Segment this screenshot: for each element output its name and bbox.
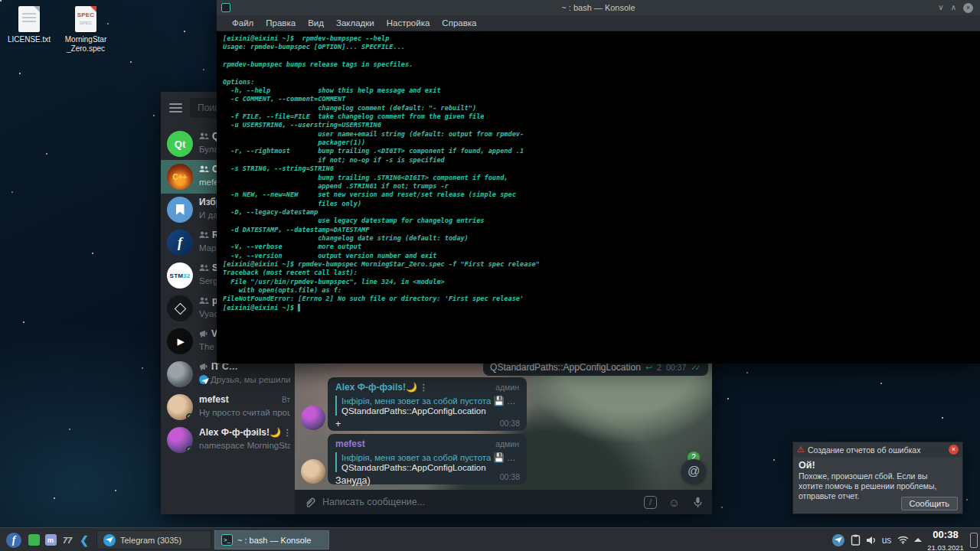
chat-title: mefest — [199, 394, 229, 405]
avatar-text: f — [178, 235, 182, 251]
avatar-photo — [167, 394, 193, 420]
group-icon — [199, 264, 209, 272]
spec-file-icon: SPEC SPEC — [75, 6, 96, 32]
chat-subtitle: namespace MorningStar ( с… — [199, 441, 290, 450]
bookmark-icon — [176, 204, 185, 215]
online-dot — [186, 413, 193, 420]
menu-view[interactable]: Вид — [302, 18, 330, 28]
cube-icon — [174, 302, 186, 315]
avatar-saved-messages — [167, 197, 193, 223]
tray-wifi-icon[interactable] — [894, 528, 911, 551]
window-title: ~ : bash — Konsole — [217, 3, 980, 12]
message-row: mefestадмин Інфірія, меня зовет за собой… — [301, 434, 531, 484]
chat-list-item-mefest[interactable]: mefestВт Ну просто считай процент — [161, 390, 295, 424]
group-icon — [199, 165, 209, 173]
tray-volume-icon[interactable] — [864, 528, 879, 551]
chat-subtitle: Друзья, мы решили от… — [211, 375, 290, 384]
konsole-icon — [221, 534, 233, 546]
quoted-text: QStandardPaths::AppConfigLocation — [341, 463, 516, 472]
megaphone-icon — [199, 363, 208, 370]
group-icon — [199, 132, 209, 140]
message-text: + — [335, 419, 519, 429]
quoted-text: QStandardPaths::AppConfigLocation — [341, 406, 516, 416]
menu-settings[interactable]: Настройка — [381, 18, 436, 28]
pinned-app-green-icon[interactable] — [26, 528, 41, 551]
maximize-button[interactable] — [951, 4, 956, 11]
tray-clipboard-icon[interactable] — [847, 528, 864, 551]
avatar-cube — [167, 295, 193, 321]
desktop-icon-license[interactable]: LICENSE.txt — [6, 6, 52, 44]
crash-notification: Создание отчетов об ошибках Ой! Похоже, … — [792, 442, 963, 514]
menu-file[interactable]: Файл — [226, 18, 260, 28]
task-konsole-active[interactable]: ~ : bash — Konsole — [214, 530, 329, 549]
task-label: Telegram (3035) — [120, 536, 181, 545]
menu-help[interactable]: Справка — [436, 18, 482, 28]
reply-quote[interactable]: Інфірія, меня зовет за собой пустота 💾 Π… — [335, 396, 519, 416]
message-bubble[interactable]: Alex Ф-ф-фэils!🌙админ Інфірія, меня зове… — [328, 377, 527, 431]
taskbar: f m 77 ❮ Telegram (3035) ~ : bash — Kons… — [0, 527, 980, 551]
message-bubble[interactable]: mefestадмин Інфірія, меня зовет за собой… — [328, 434, 527, 484]
report-button[interactable]: Сообщить — [901, 497, 958, 510]
telegram-icon — [103, 534, 116, 546]
message-time: 00:37 — [666, 363, 686, 372]
online-dot — [186, 446, 193, 453]
reply-quote[interactable]: Інфірія, меня зовет за собой пустота 💾 Π… — [335, 452, 519, 472]
microphone-icon[interactable] — [693, 497, 703, 508]
mention-scroll-button[interactable] — [681, 459, 706, 484]
notification-title: Создание отчетов об ошибках — [808, 445, 946, 455]
quoted-sender: Інфірія, меня зовет за собой пустота 💾 Π… — [341, 452, 516, 463]
konsole-menubar: Файл Правка Вид Закладки Настройка Справ… — [217, 15, 980, 31]
tray-expand-caret-icon[interactable] — [911, 528, 925, 551]
avatar-photo — [167, 361, 193, 387]
keyboard-layout-indicator[interactable]: us — [879, 528, 894, 551]
notification-heading: Ой! — [799, 460, 957, 471]
pinned-app-77-icon[interactable]: 77 — [60, 528, 75, 551]
chat-list-item-alex[interactable]: Alex Ф-ф-фэils!🌙27.02.21 namespace Morni… — [161, 423, 295, 457]
sender-name: mefest — [335, 439, 365, 449]
avatar-play — [167, 328, 193, 354]
avatar: Qt — [167, 131, 193, 157]
read-checkmarks-icon: ✓✓ — [691, 364, 701, 372]
attach-paperclip-icon[interactable] — [304, 496, 316, 508]
task-label: ~ : bash — Konsole — [237, 536, 311, 545]
clock-widget[interactable]: 00:38 21.03.2021 — [925, 528, 966, 551]
avatar-text: Qt — [175, 139, 185, 150]
notification-body: Ой! Похоже, произошел сбой. Если вы хоти… — [793, 457, 962, 514]
pinned-app-blue-icon[interactable]: ❮ — [77, 528, 92, 551]
task-telegram[interactable]: Telegram (3035) — [96, 530, 211, 549]
notification-close-icon[interactable] — [949, 445, 959, 455]
chat-title: Alex Ф-ф-фэils!🌙 — [199, 427, 281, 438]
menu-edit[interactable]: Правка — [260, 18, 302, 28]
telegram-forward-icon — [199, 375, 208, 384]
emoji-icon[interactable] — [668, 496, 680, 509]
message-input-bar[interactable]: Написать сообщение... — [295, 490, 712, 514]
desktop-icon-label: MorningStar_Zero.spec — [63, 35, 109, 54]
show-desktop-button[interactable] — [968, 528, 980, 551]
text-file-icon — [18, 6, 40, 32]
group-icon — [199, 231, 209, 239]
pinned-app-lavender-icon[interactable]: m — [43, 528, 58, 551]
group-icon — [199, 297, 209, 305]
admin-badge: админ — [495, 439, 519, 448]
tray-telegram-icon[interactable] — [830, 528, 847, 551]
konsole-titlebar[interactable]: ~ : bash — Konsole — [217, 0, 980, 15]
admin-badge: админ — [495, 383, 519, 392]
megaphone-icon — [199, 330, 208, 337]
desktop-icon-specfile[interactable]: SPEC SPEC MorningStar_Zero.spec — [63, 6, 109, 54]
spec-watermark: SPEC — [75, 21, 96, 25]
menu-bookmarks[interactable]: Закладки — [330, 18, 381, 28]
bot-commands-icon[interactable] — [644, 496, 657, 509]
chat-time: Вт — [282, 396, 290, 404]
sender-name: Alex Ф-ф-фэils!🌙 — [335, 382, 417, 393]
app-launcher-fedora-icon[interactable]: f — [5, 528, 23, 551]
hamburger-menu-icon[interactable] — [169, 103, 182, 112]
reply-count: 2 — [657, 363, 662, 372]
minimize-button[interactable] — [938, 4, 943, 11]
message-input-placeholder[interactable]: Написать сообщение... — [322, 497, 425, 507]
avatar: C++ — [167, 164, 193, 190]
avatar-stm32: STM32 — [167, 262, 193, 289]
message-text: QStandardPaths::AppConfigLocation — [490, 362, 641, 373]
close-button[interactable] — [963, 3, 973, 13]
reply-arrow-icon: ↩ — [645, 363, 652, 373]
terminal-output[interactable]: [eixini@eixini ~]$ rpmdev-bumpspec --hel… — [223, 34, 540, 312]
